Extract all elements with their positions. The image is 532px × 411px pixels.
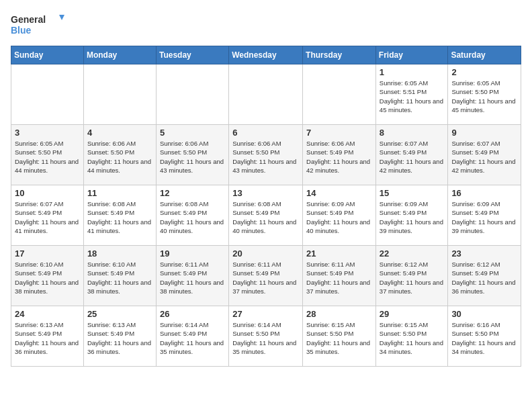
day-info: Sunrise: 6:09 AM Sunset: 5:49 PM Dayligh… (306, 199, 372, 235)
calendar-cell: 22Sunrise: 6:12 AM Sunset: 5:49 PM Dayli… (375, 246, 448, 306)
day-number: 12 (160, 188, 225, 198)
day-info: Sunrise: 6:11 AM Sunset: 5:49 PM Dayligh… (232, 260, 299, 295)
day-info: Sunrise: 6:13 AM Sunset: 5:49 PM Dayligh… (15, 320, 80, 356)
day-header-thursday: Thursday (303, 46, 376, 64)
day-number: 3 (15, 128, 80, 138)
day-info: Sunrise: 6:09 AM Sunset: 5:49 PM Dayligh… (451, 199, 517, 235)
day-number: 30 (451, 309, 517, 319)
calendar-cell: 10Sunrise: 6:07 AM Sunset: 5:49 PM Dayli… (11, 185, 84, 246)
day-header-sunday: Sunday (11, 46, 84, 64)
day-number: 1 (380, 67, 445, 77)
calendar-cell: 24Sunrise: 6:13 AM Sunset: 5:49 PM Dayli… (11, 306, 84, 367)
day-number: 27 (232, 309, 299, 319)
day-number: 15 (380, 188, 445, 198)
day-header-monday: Monday (83, 46, 156, 64)
calendar-cell: 13Sunrise: 6:08 AM Sunset: 5:49 PM Dayli… (229, 185, 303, 246)
calendar-cell: 14Sunrise: 6:09 AM Sunset: 5:49 PM Dayli… (303, 185, 376, 246)
day-header-saturday: Saturday (448, 46, 521, 64)
day-info: Sunrise: 6:10 AM Sunset: 5:49 PM Dayligh… (15, 260, 80, 295)
calendar-table: SundayMondayTuesdayWednesdayThursdayFrid… (11, 46, 521, 367)
day-info: Sunrise: 6:16 AM Sunset: 5:50 PM Dayligh… (451, 320, 517, 356)
calendar-cell: 28Sunrise: 6:15 AM Sunset: 5:50 PM Dayli… (303, 306, 376, 367)
day-info: Sunrise: 6:10 AM Sunset: 5:49 PM Dayligh… (87, 260, 152, 295)
day-number: 28 (306, 309, 372, 319)
day-number: 26 (160, 309, 225, 319)
day-info: Sunrise: 6:11 AM Sunset: 5:49 PM Dayligh… (160, 260, 225, 295)
day-info: Sunrise: 6:07 AM Sunset: 5:49 PM Dayligh… (15, 199, 80, 235)
day-number: 10 (15, 188, 80, 198)
day-info: Sunrise: 6:05 AM Sunset: 5:50 PM Dayligh… (451, 79, 517, 114)
day-info: Sunrise: 6:05 AM Sunset: 5:50 PM Dayligh… (15, 139, 80, 175)
day-info: Sunrise: 6:09 AM Sunset: 5:49 PM Dayligh… (380, 199, 445, 235)
calendar-cell: 25Sunrise: 6:13 AM Sunset: 5:49 PM Dayli… (83, 306, 156, 367)
logo: General Blue (11, 11, 64, 38)
svg-text:General: General (11, 14, 46, 25)
day-number: 4 (87, 128, 152, 138)
calendar-cell: 9Sunrise: 6:07 AM Sunset: 5:49 PM Daylig… (448, 125, 521, 185)
day-number: 23 (451, 248, 517, 259)
day-info: Sunrise: 6:06 AM Sunset: 5:50 PM Dayligh… (160, 139, 225, 175)
day-number: 9 (451, 128, 517, 138)
day-info: Sunrise: 6:11 AM Sunset: 5:49 PM Dayligh… (306, 260, 372, 295)
day-info: Sunrise: 6:05 AM Sunset: 5:51 PM Dayligh… (380, 79, 445, 114)
calendar-cell (229, 64, 303, 125)
calendar-cell: 20Sunrise: 6:11 AM Sunset: 5:49 PM Dayli… (229, 246, 303, 306)
day-number: 22 (380, 248, 445, 259)
page-header: General Blue (11, 11, 521, 38)
calendar-cell: 3Sunrise: 6:05 AM Sunset: 5:50 PM Daylig… (11, 125, 84, 185)
calendar-cell: 6Sunrise: 6:06 AM Sunset: 5:50 PM Daylig… (229, 125, 303, 185)
calendar-cell: 1Sunrise: 6:05 AM Sunset: 5:51 PM Daylig… (375, 64, 448, 125)
calendar-cell (11, 64, 84, 125)
calendar-cell: 15Sunrise: 6:09 AM Sunset: 5:49 PM Dayli… (375, 185, 448, 246)
calendar-cell: 19Sunrise: 6:11 AM Sunset: 5:49 PM Dayli… (156, 246, 228, 306)
day-number: 25 (87, 309, 152, 319)
day-number: 29 (380, 309, 445, 319)
day-number: 16 (451, 188, 517, 198)
svg-marker-2 (59, 15, 64, 20)
day-number: 17 (15, 248, 80, 259)
day-number: 18 (87, 248, 152, 259)
day-header-friday: Friday (375, 46, 448, 64)
calendar-cell (303, 64, 376, 125)
day-number: 2 (451, 67, 517, 77)
day-info: Sunrise: 6:06 AM Sunset: 5:50 PM Dayligh… (232, 139, 299, 175)
logo-svg: General Blue (11, 11, 64, 38)
day-info: Sunrise: 6:15 AM Sunset: 5:50 PM Dayligh… (380, 320, 445, 356)
day-info: Sunrise: 6:14 AM Sunset: 5:50 PM Dayligh… (232, 320, 299, 356)
calendar-cell: 21Sunrise: 6:11 AM Sunset: 5:49 PM Dayli… (303, 246, 376, 306)
day-number: 19 (160, 248, 225, 259)
day-number: 13 (232, 188, 299, 198)
day-info: Sunrise: 6:07 AM Sunset: 5:49 PM Dayligh… (380, 139, 445, 175)
calendar-cell: 11Sunrise: 6:08 AM Sunset: 5:49 PM Dayli… (83, 185, 156, 246)
day-info: Sunrise: 6:12 AM Sunset: 5:49 PM Dayligh… (451, 260, 517, 295)
day-info: Sunrise: 6:14 AM Sunset: 5:49 PM Dayligh… (160, 320, 225, 356)
calendar-cell (83, 64, 156, 125)
calendar-cell: 8Sunrise: 6:07 AM Sunset: 5:49 PM Daylig… (375, 125, 448, 185)
day-header-tuesday: Tuesday (156, 46, 228, 64)
day-header-wednesday: Wednesday (229, 46, 303, 64)
day-info: Sunrise: 6:08 AM Sunset: 5:49 PM Dayligh… (232, 199, 299, 235)
day-number: 5 (160, 128, 225, 138)
day-info: Sunrise: 6:13 AM Sunset: 5:49 PM Dayligh… (87, 320, 152, 356)
day-info: Sunrise: 6:07 AM Sunset: 5:49 PM Dayligh… (451, 139, 517, 175)
calendar-cell (156, 64, 228, 125)
day-info: Sunrise: 6:08 AM Sunset: 5:49 PM Dayligh… (87, 199, 152, 235)
day-info: Sunrise: 6:15 AM Sunset: 5:50 PM Dayligh… (306, 320, 372, 356)
day-info: Sunrise: 6:06 AM Sunset: 5:50 PM Dayligh… (87, 139, 152, 175)
day-number: 8 (380, 128, 445, 138)
day-number: 6 (232, 128, 299, 138)
day-info: Sunrise: 6:08 AM Sunset: 5:49 PM Dayligh… (160, 199, 225, 235)
calendar-cell: 26Sunrise: 6:14 AM Sunset: 5:49 PM Dayli… (156, 306, 228, 367)
calendar-cell: 29Sunrise: 6:15 AM Sunset: 5:50 PM Dayli… (375, 306, 448, 367)
calendar-cell: 5Sunrise: 6:06 AM Sunset: 5:50 PM Daylig… (156, 125, 228, 185)
day-number: 21 (306, 248, 372, 259)
calendar-cell: 17Sunrise: 6:10 AM Sunset: 5:49 PM Dayli… (11, 246, 84, 306)
calendar-cell: 27Sunrise: 6:14 AM Sunset: 5:50 PM Dayli… (229, 306, 303, 367)
calendar-cell: 16Sunrise: 6:09 AM Sunset: 5:49 PM Dayli… (448, 185, 521, 246)
day-number: 7 (306, 128, 372, 138)
calendar-cell: 30Sunrise: 6:16 AM Sunset: 5:50 PM Dayli… (448, 306, 521, 367)
day-number: 11 (87, 188, 152, 198)
day-number: 14 (306, 188, 372, 198)
calendar-cell: 2Sunrise: 6:05 AM Sunset: 5:50 PM Daylig… (448, 64, 521, 125)
day-info: Sunrise: 6:12 AM Sunset: 5:49 PM Dayligh… (380, 260, 445, 295)
